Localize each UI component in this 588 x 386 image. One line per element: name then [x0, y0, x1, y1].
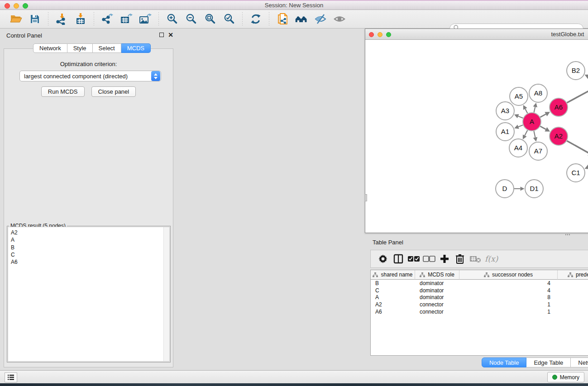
graph-node-label: A6	[555, 103, 563, 111]
open-file-icon[interactable]	[9, 12, 23, 26]
table-cell[interactable]: dominator	[415, 280, 459, 286]
graph-edge-A-A6[interactable]	[540, 114, 545, 117]
task-history-button[interactable]	[5, 372, 17, 382]
add-column-icon[interactable]	[437, 253, 452, 265]
column-header-successor-nodes[interactable]: successor nodes	[459, 270, 558, 280]
criterion-select[interactable]: largest connected component (directed)	[19, 71, 161, 81]
tab-select[interactable]: Select	[93, 43, 121, 53]
table-cell[interactable]: A6	[371, 309, 415, 315]
table-cell[interactable]: connector	[415, 309, 459, 315]
table-row[interactable]: A6connector11A6	[371, 308, 588, 315]
import-network-icon[interactable]	[55, 12, 68, 26]
table-cell[interactable]: C	[371, 287, 415, 294]
zoom-selected-icon[interactable]	[222, 12, 236, 26]
table-cell[interactable]: connector	[415, 301, 459, 308]
new-network-icon[interactable]	[276, 12, 289, 26]
export-table-icon[interactable]	[120, 12, 133, 26]
table-cell[interactable]: 1	[459, 301, 558, 308]
mcds-result-list[interactable]: A2ABCA6	[8, 227, 170, 362]
main-toolbar	[0, 10, 588, 29]
edge-arrow-icon	[584, 75, 588, 79]
run-mcds-button[interactable]: Run MCDS	[41, 86, 85, 97]
refresh-icon[interactable]	[249, 12, 263, 26]
hide-graphics-icon[interactable]	[314, 12, 327, 26]
show-all-networks-icon[interactable]	[295, 12, 308, 26]
column-header-shared-name[interactable]: shared name	[371, 270, 415, 280]
table-cell[interactable]: 1	[558, 280, 588, 286]
network-close-icon[interactable]	[369, 32, 374, 37]
deselect-all-icon[interactable]	[421, 253, 437, 265]
memory-button[interactable]: Memory	[547, 372, 584, 382]
table-cell[interactable]: 1	[459, 309, 558, 315]
table-row[interactable]: A2connector11A2	[371, 301, 588, 308]
table-cell[interactable]: dominator	[415, 294, 459, 300]
graph-edge-A6-B[interactable]	[567, 91, 588, 103]
table-cell[interactable]: dominator	[415, 287, 459, 294]
select-all-icon[interactable]	[406, 253, 421, 265]
table-cell[interactable]: A	[371, 294, 415, 300]
network-graph: AA1A2A3A4A5A6A7A8BB1B2B3B4CC1C2C3C4DD1	[366, 40, 588, 233]
scrollbar-track[interactable]	[163, 227, 169, 361]
zoom-fit-icon[interactable]	[203, 12, 217, 26]
graph-edge-A-A5[interactable]	[525, 109, 527, 114]
table-settings-icon[interactable]	[375, 253, 391, 265]
float-panel-icon[interactable]	[159, 33, 164, 37]
graph-edge-A-A2[interactable]	[540, 126, 545, 129]
export-image-icon[interactable]	[139, 12, 152, 26]
table-cell[interactable]: 4	[459, 280, 558, 286]
graph-edge-A-A8[interactable]	[534, 107, 535, 112]
splitter-handle[interactable]	[365, 194, 367, 201]
table-row[interactable]: Cdominator41C	[371, 287, 588, 294]
tab-network[interactable]: Network	[33, 43, 67, 53]
zoom-out-icon[interactable]	[184, 12, 198, 26]
save-session-icon[interactable]	[28, 12, 42, 26]
table-cell[interactable]: B	[371, 280, 415, 286]
table-row[interactable]: Bdominator41B	[371, 280, 588, 287]
horizontal-splitter[interactable]	[365, 233, 588, 236]
column-type-icon	[373, 272, 378, 277]
network-canvas[interactable]: AA1A2A3A4A5A6A7A8BB1B2B3B4CC1C2C3C4DD1	[366, 40, 588, 233]
table-cell[interactable]: 0	[558, 294, 588, 300]
table-cell[interactable]: 1	[558, 301, 588, 308]
table-cell[interactable]: 1	[558, 287, 588, 294]
graph-edge-A-A3[interactable]	[518, 116, 523, 118]
graph-edge-A-A1[interactable]	[518, 125, 523, 127]
column-header-predecessor-nodes[interactable]: predecessor nodes	[558, 270, 588, 280]
table-cell[interactable]: 8	[459, 294, 558, 300]
tab-mcds[interactable]: MCDS	[121, 43, 151, 53]
mcds-result-item[interactable]: A2	[8, 227, 169, 236]
close-window-icon[interactable]	[5, 3, 10, 9]
mcds-result-item[interactable]: C	[8, 251, 169, 258]
close-panel-icon[interactable]: ✕	[168, 33, 173, 37]
import-table-icon[interactable]	[74, 12, 87, 26]
zoom-in-icon[interactable]	[165, 12, 179, 26]
show-graphics-icon[interactable]	[333, 12, 346, 26]
table-cell[interactable]: 1	[558, 309, 588, 315]
table-row[interactable]: Adominator80A	[371, 294, 588, 301]
graph-edge-A-A4[interactable]	[525, 130, 527, 136]
export-network-icon[interactable]	[100, 12, 114, 26]
tab-node-table[interactable]: Node Table	[482, 357, 527, 367]
delete-table-icon[interactable]	[468, 253, 483, 265]
table-cell[interactable]: 4	[459, 287, 558, 294]
table-panel: Table Panel ✕	[365, 236, 588, 370]
graph-edge-A2-C[interactable]	[567, 141, 588, 153]
toolbar-separator	[158, 12, 159, 26]
minimize-window-icon[interactable]	[14, 3, 19, 9]
close-panel-button[interactable]: Close panel	[91, 86, 136, 97]
table-cell[interactable]: A2	[371, 301, 415, 308]
tab-style[interactable]: Style	[67, 43, 93, 53]
mcds-result-item[interactable]: A	[8, 236, 169, 243]
network-minimize-icon[interactable]	[378, 32, 382, 37]
column-visibility-icon[interactable]	[391, 253, 406, 265]
network-zoom-icon[interactable]	[386, 32, 391, 37]
graph-edge-A-A7[interactable]	[534, 131, 535, 138]
column-header-mcds-role[interactable]: MCDS role	[415, 270, 459, 280]
delete-column-icon[interactable]	[452, 253, 468, 265]
tab-edge-table[interactable]: Edge Table	[526, 357, 571, 367]
mcds-result-item[interactable]: B	[8, 244, 169, 251]
tab-network-table[interactable]: Network Table	[571, 357, 588, 367]
mcds-result-item[interactable]: A6	[8, 258, 169, 266]
function-builder-icon[interactable]: f(x)	[485, 254, 498, 263]
zoom-window-icon[interactable]	[23, 3, 28, 9]
